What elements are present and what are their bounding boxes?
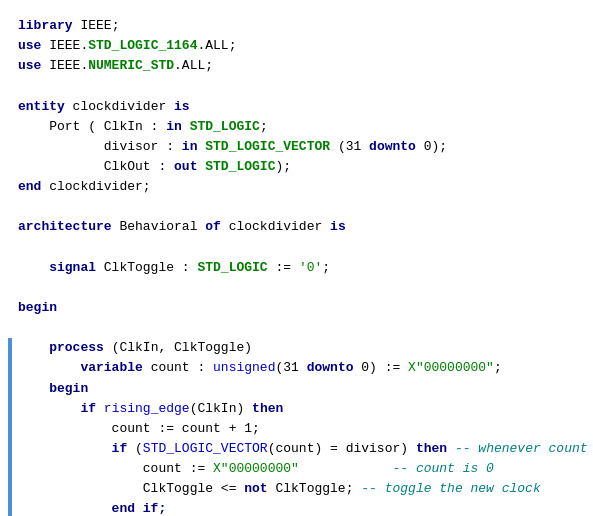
- line-text: library IEEE;: [18, 16, 585, 36]
- code-line: [8, 76, 585, 96]
- line-text: if (STD_LOGIC_VECTOR(count) = divisor) t…: [18, 439, 593, 459]
- line-indicator: [8, 439, 12, 459]
- line-text: ClkOut : out STD_LOGIC);: [18, 157, 585, 177]
- line-text: divisor : in STD_LOGIC_VECTOR (31 downto…: [18, 137, 585, 157]
- line-indicator: [8, 217, 12, 237]
- line-text: begin: [18, 379, 585, 399]
- code-line: [8, 278, 585, 298]
- code-editor: library IEEE;use IEEE.STD_LOGIC_1164.ALL…: [0, 10, 593, 516]
- code-line: if rising_edge(ClkIn) then: [8, 399, 585, 419]
- line-indicator: [8, 76, 12, 96]
- line-text: [18, 278, 585, 298]
- line-indicator: [8, 197, 12, 217]
- line-indicator: [8, 318, 12, 338]
- code-line: variable count : unsigned(31 downto 0) :…: [8, 358, 585, 378]
- line-indicator: [8, 358, 12, 378]
- code-line: signal ClkToggle : STD_LOGIC := '0';: [8, 258, 585, 278]
- line-indicator: [8, 16, 12, 36]
- line-indicator: [8, 338, 12, 358]
- code-line: architecture Behavioral of clockdivider …: [8, 217, 585, 237]
- code-line: if (STD_LOGIC_VECTOR(count) = divisor) t…: [8, 439, 585, 459]
- code-line: count := count + 1;: [8, 419, 585, 439]
- line-indicator: [8, 379, 12, 399]
- line-text: begin: [18, 298, 585, 318]
- line-text: [18, 197, 585, 217]
- line-text: [18, 76, 585, 96]
- code-line: count := X"00000000" -- count is 0: [8, 459, 585, 479]
- code-line: begin: [8, 298, 585, 318]
- line-indicator: [8, 36, 12, 56]
- code-line: use IEEE.STD_LOGIC_1164.ALL;: [8, 36, 585, 56]
- line-indicator: [8, 97, 12, 117]
- line-text: count := X"00000000" -- count is 0: [18, 459, 585, 479]
- code-line: end if;: [8, 499, 585, 516]
- code-line: begin: [8, 379, 585, 399]
- line-indicator: [8, 238, 12, 258]
- line-indicator: [8, 157, 12, 177]
- line-text: Port ( ClkIn : in STD_LOGIC;: [18, 117, 585, 137]
- line-indicator: [8, 278, 12, 298]
- code-line: [8, 318, 585, 338]
- line-indicator: [8, 117, 12, 137]
- code-line: library IEEE;: [8, 16, 585, 36]
- line-text: end clockdivider;: [18, 177, 585, 197]
- line-text: use IEEE.STD_LOGIC_1164.ALL;: [18, 36, 585, 56]
- line-indicator: [8, 459, 12, 479]
- line-text: signal ClkToggle : STD_LOGIC := '0';: [18, 258, 585, 278]
- line-text: architecture Behavioral of clockdivider …: [18, 217, 585, 237]
- line-indicator: [8, 399, 12, 419]
- line-indicator: [8, 479, 12, 499]
- line-indicator: [8, 419, 12, 439]
- line-text: variable count : unsigned(31 downto 0) :…: [18, 358, 585, 378]
- code-line: [8, 238, 585, 258]
- code-line: Port ( ClkIn : in STD_LOGIC;: [8, 117, 585, 137]
- line-indicator: [8, 56, 12, 76]
- line-indicator: [8, 177, 12, 197]
- line-text: end if;: [18, 499, 585, 516]
- code-line: use IEEE.NUMERIC_STD.ALL;: [8, 56, 585, 76]
- line-indicator: [8, 499, 12, 516]
- code-line: [8, 197, 585, 217]
- line-indicator: [8, 298, 12, 318]
- line-text: use IEEE.NUMERIC_STD.ALL;: [18, 56, 585, 76]
- line-indicator: [8, 137, 12, 157]
- line-text: count := count + 1;: [18, 419, 585, 439]
- code-line: divisor : in STD_LOGIC_VECTOR (31 downto…: [8, 137, 585, 157]
- code-line: entity clockdivider is: [8, 97, 585, 117]
- line-text: ClkToggle <= not ClkToggle; -- toggle th…: [18, 479, 585, 499]
- line-text: entity clockdivider is: [18, 97, 585, 117]
- line-indicator: [8, 258, 12, 278]
- code-line: ClkOut : out STD_LOGIC);: [8, 157, 585, 177]
- line-text: process (ClkIn, ClkToggle): [18, 338, 585, 358]
- line-text: if rising_edge(ClkIn) then: [18, 399, 585, 419]
- code-line: end clockdivider;: [8, 177, 585, 197]
- line-text: [18, 318, 585, 338]
- line-text: [18, 238, 585, 258]
- code-line: ClkToggle <= not ClkToggle; -- toggle th…: [8, 479, 585, 499]
- code-line: process (ClkIn, ClkToggle): [8, 338, 585, 358]
